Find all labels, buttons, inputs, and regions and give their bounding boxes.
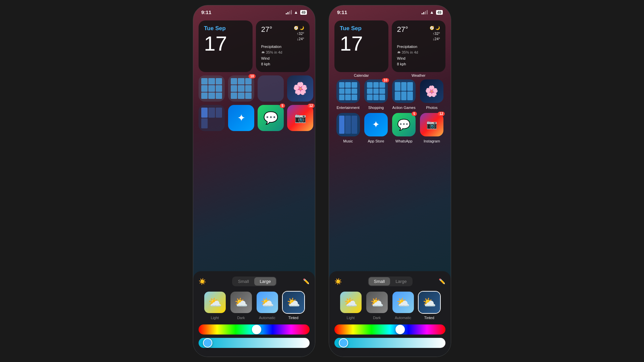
widget-row-left: Tue Sep 17 27° 🧭 🌙 ↑32° ↓24° Precipitati… — [199, 20, 310, 72]
weather-temp-right: 27° — [397, 25, 408, 34]
app-icon-instagram[interactable]: 📷 12 — [287, 105, 313, 131]
hue-slider-left[interactable] — [199, 324, 310, 335]
wifi-icon-right: ▲ — [430, 10, 434, 15]
folder-entertainment[interactable] — [199, 75, 225, 102]
signal-icon-right — [422, 10, 428, 14]
weather-precip-label: Precipitation — [261, 44, 305, 50]
app-whatsapp-right[interactable]: 💬 5 WhatsApp — [392, 113, 416, 143]
folder-grid-entertainment — [199, 75, 225, 102]
status-bar-left: 9:11 ▲ 49 — [193, 5, 315, 18]
app-icon-appstore[interactable]: ✦ — [228, 105, 254, 131]
saturation-slider-left[interactable] — [199, 338, 310, 348]
whatsapp-label: WhatsApp — [395, 139, 413, 143]
folder-entertainment-right[interactable]: Entertainment — [336, 79, 360, 110]
app-icon-photos[interactable]: 🌸 — [287, 75, 313, 102]
day-label-left: Tue Sep — [204, 25, 247, 32]
weather-wind-label: Wind — [261, 56, 305, 62]
size-large-right[interactable]: Large — [390, 277, 412, 286]
weather-tinted-right: ⛅ — [419, 292, 440, 313]
pencil-icon-right[interactable]: ✏️ — [439, 278, 445, 285]
folder-icon-shopping: 10 — [364, 79, 388, 103]
size-large-left[interactable]: Large — [254, 277, 276, 286]
appstore-icon-right: ✦ — [364, 113, 388, 136]
app-instagram-right[interactable]: 📷 12 Instagram — [420, 113, 444, 143]
style-label-tinted-left: Tinted — [288, 316, 298, 320]
folder-misc[interactable] — [199, 105, 225, 131]
weather-wind-speed: 8 kph — [261, 61, 305, 67]
signal-bar-r2 — [423, 12, 424, 14]
style-tinted-right[interactable]: ⛅ Tinted — [418, 291, 441, 320]
date-num-right: 17 — [340, 33, 383, 54]
shopping-label: Shopping — [368, 106, 384, 110]
style-icon-dark-right: ⛅ — [366, 291, 388, 314]
folder-icon-entertainment — [336, 79, 360, 103]
status-icons-left: ▲ 49 — [286, 10, 307, 15]
slider-container-left — [199, 324, 310, 348]
hue-thumb-left[interactable] — [252, 325, 261, 334]
appstore-star-icon: ✦ — [372, 119, 380, 130]
bottom-panel-left: ☀️ Small Large ✏️ ⛅ Light ⛅ Dark — [193, 271, 315, 357]
app-icon-whatsapp[interactable]: 💬 5 — [258, 105, 284, 131]
folder-action-right[interactable]: Action Games — [392, 79, 416, 110]
style-dark-right[interactable]: ⛅ Dark — [366, 291, 388, 320]
pencil-icon-left[interactable]: ✏️ — [303, 278, 310, 285]
appstore-label: App Store — [368, 139, 384, 143]
size-tabs-left[interactable]: Small Large — [232, 277, 277, 286]
action-games-label: Action Games — [392, 106, 416, 110]
style-auto-right[interactable]: ⛅ Automatic — [392, 291, 415, 320]
size-small-left[interactable]: Small — [233, 277, 255, 286]
weather-light-right: ⛅ — [340, 292, 362, 313]
hue-slider-right[interactable] — [334, 324, 445, 335]
weather-precip-detail-right: 🌧 35% in 4d — [397, 50, 440, 56]
style-tinted-left[interactable]: ⛅ Tinted — [282, 291, 305, 320]
saturation-slider-right[interactable] — [334, 338, 445, 348]
weather-precip-detail: 🌧 35% in 4d — [261, 50, 305, 56]
signal-bar-4 — [291, 10, 292, 14]
weather-auto-right: ⛅ — [392, 292, 414, 313]
weather-dark-right: ⛅ — [366, 292, 388, 313]
style-label-tinted-right: Tinted — [424, 316, 434, 320]
bottom-panel-right: ☀️ Small Large ✏️ ⛅ Light ⛅ Dark — [329, 271, 451, 357]
style-light-right[interactable]: ⛅ Light — [339, 291, 362, 320]
weather-details-left: Precipitation 🌧 35% in 4d Wind 8 kph — [261, 44, 305, 67]
music-label: Music — [343, 139, 353, 143]
style-label-dark-left: Dark — [237, 316, 245, 320]
weather-meta-right: 🧭 🌙 ↑32° ↓24° — [430, 25, 440, 42]
weather-icon-nav-right: 🧭 🌙 — [430, 25, 440, 31]
signal-bar-3 — [289, 11, 290, 14]
signal-icon — [286, 10, 292, 14]
widget-row-right: Tue Sep 17 Calendar 27° 🧭 🌙 ↑32° ↓24° — [334, 20, 445, 77]
style-light-left[interactable]: ⛅ Light — [204, 291, 226, 320]
style-icon-auto-right: ⛅ — [392, 291, 415, 314]
widgets-area-right: Tue Sep 17 Calendar 27° 🧭 🌙 ↑32° ↓24° — [329, 18, 451, 149]
size-selector-left: ☀️ Small Large ✏️ — [199, 277, 310, 286]
whatsapp-icon-right: 💬 5 — [392, 113, 416, 136]
app-appstore-right[interactable]: ✦ App Store — [364, 113, 388, 143]
folder-shopping-right[interactable]: 10 Shopping — [364, 79, 388, 110]
sat-thumb-left[interactable] — [203, 338, 212, 348]
hue-thumb-right[interactable] — [395, 325, 405, 334]
folder-music-right[interactable]: Music — [336, 113, 360, 143]
folder-shopping[interactable]: 10 — [228, 75, 254, 102]
size-tabs-right[interactable]: Small Large — [368, 277, 413, 286]
date-widget-left: Tue Sep 17 — [199, 20, 253, 72]
style-dark-left[interactable]: ⛅ Dark — [230, 291, 253, 320]
size-small-right[interactable]: Small — [369, 277, 390, 286]
app-grid-row1-left: 10 🌸 — [199, 75, 310, 102]
weather-widget-container-right: 27° 🧭 🌙 ↑32° ↓24° Precipitation 🌧 35% in… — [392, 20, 446, 77]
app-icon-unknown[interactable] — [258, 75, 284, 102]
style-icon-light: ⛅ — [204, 291, 226, 314]
weather-tinted: ⛅ — [283, 292, 304, 313]
whatsapp-bubble-icon: 💬 — [397, 118, 411, 131]
weather-top-right: 27° 🧭 🌙 ↑32° ↓24° — [397, 25, 440, 42]
date-num-left: 17 — [204, 33, 247, 54]
badge-whatsapp-right: 5 — [412, 112, 417, 116]
app-photos-right[interactable]: 🌸 Photos — [420, 79, 444, 110]
badge-shopping-right: 10 — [382, 78, 389, 82]
style-icon-dark: ⛅ — [230, 291, 253, 314]
weather-auto: ⛅ — [257, 292, 278, 313]
style-auto-left[interactable]: ⛅ Automatic — [256, 291, 279, 320]
sat-thumb-right[interactable] — [339, 338, 348, 348]
weather-precip-label-right: Precipitation — [397, 44, 440, 50]
instagram-camera-icon: 📷 — [426, 119, 437, 130]
